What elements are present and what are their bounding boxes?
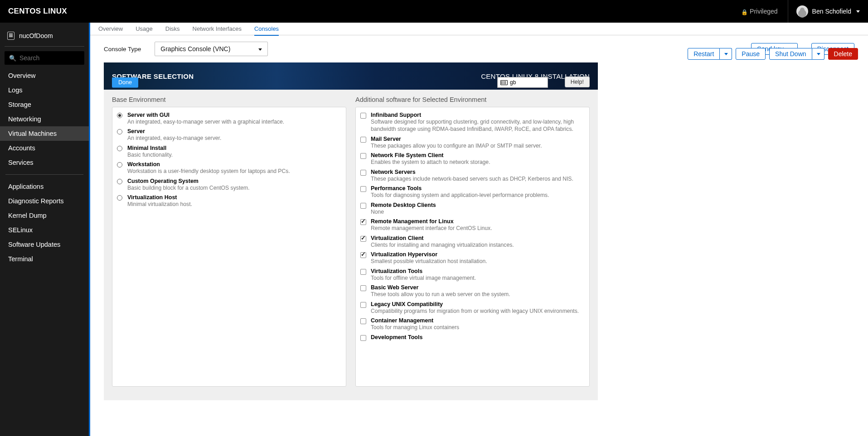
- addon-option[interactable]: Basic Web ServerThese tools allow you to…: [360, 283, 585, 300]
- brand: CENTOS LINUX: [8, 7, 67, 16]
- checkbox-icon: [360, 153, 366, 159]
- sidebar-item-storage[interactable]: Storage: [0, 97, 89, 112]
- radio-icon: [117, 113, 122, 118]
- tab-network-interfaces[interactable]: Network Interfaces: [193, 23, 242, 35]
- user-name: Ben Schofield: [812, 8, 851, 15]
- checkbox-icon: [360, 236, 366, 242]
- base-env-option[interactable]: Virtualization HostMinimal virtualizatio…: [117, 193, 341, 210]
- sidebar-item-selinux[interactable]: SELinux: [0, 223, 89, 237]
- console-type-label: Console Type: [104, 46, 141, 53]
- base-env-heading: Base Environment: [112, 96, 346, 103]
- user-menu[interactable]: Ben Schofield: [788, 0, 860, 23]
- host-selector[interactable]: nucOfDoom: [0, 27, 89, 46]
- sidebar-item-virtual-machines[interactable]: Virtual Machines: [0, 126, 89, 141]
- base-env-option[interactable]: Minimal InstallBasic functionality.: [117, 144, 341, 160]
- restart-button[interactable]: Restart: [688, 48, 720, 60]
- checkbox-icon: [360, 186, 366, 192]
- vnc-viewport[interactable]: SOFTWARE SELECTION Done CENTOS LINUX 8 I…: [104, 62, 598, 400]
- sidebar-item-overview[interactable]: Overview: [0, 68, 89, 83]
- radio-icon: [117, 195, 122, 201]
- chevron-down-icon: [856, 10, 860, 13]
- search-icon: 🔍: [9, 55, 16, 62]
- pause-button[interactable]: Pause: [736, 48, 766, 60]
- sidebar-search[interactable]: 🔍: [5, 51, 84, 65]
- base-env-option[interactable]: Custom Operating SystemBasic building bl…: [117, 177, 341, 193]
- tabs: OverviewUsageDisksNetwork InterfacesCons…: [90, 23, 868, 35]
- checkbox-icon: [360, 318, 366, 324]
- installer-header: SOFTWARE SELECTION Done CENTOS LINUX 8 I…: [104, 62, 598, 90]
- checkbox-icon: [360, 137, 366, 143]
- restart-dropdown[interactable]: [720, 48, 732, 60]
- keyboard-icon: [500, 80, 508, 85]
- addon-option[interactable]: Legacy UNIX CompatibilityCompatibility p…: [360, 300, 585, 316]
- radio-icon: [117, 129, 122, 134]
- addon-option[interactable]: Container ManagementTools for managing L…: [360, 316, 585, 333]
- checkbox-icon: [360, 170, 366, 176]
- divider: [5, 174, 83, 175]
- sidebar-item-terminal[interactable]: Terminal: [0, 252, 89, 266]
- sidebar-item-software-updates[interactable]: Software Updates: [0, 237, 89, 252]
- addon-option[interactable]: Network ServersThese packages include ne…: [360, 168, 585, 184]
- host-name: nucOfDoom: [19, 32, 53, 39]
- addon-option[interactable]: Remote Desktop ClientsNone: [360, 201, 585, 217]
- checkbox-icon: [360, 302, 366, 308]
- lock-icon: [741, 8, 746, 14]
- base-env-option[interactable]: Server with GUIAn integrated, easy-to-ma…: [117, 111, 341, 127]
- keyboard-layout-value: gb: [510, 79, 516, 86]
- content-area: OverviewUsageDisksNetwork InterfacesCons…: [89, 23, 868, 436]
- addon-option[interactable]: Virtualization ClientClients for install…: [360, 234, 585, 250]
- addon-option[interactable]: Mail ServerThese packages allow you to c…: [360, 135, 585, 151]
- done-button[interactable]: Done: [112, 77, 138, 88]
- privileged-label: Privileged: [750, 8, 777, 15]
- base-env-option[interactable]: ServerAn integrated, easy-to-manage serv…: [117, 127, 341, 144]
- tab-overview[interactable]: Overview: [98, 23, 123, 35]
- addon-option[interactable]: Infiniband SupportSoftware designed for …: [360, 111, 585, 135]
- sidebar-item-accounts[interactable]: Accounts: [0, 141, 89, 155]
- base-env-option[interactable]: WorkstationWorkstation is a user-friendl…: [117, 160, 341, 177]
- help-button[interactable]: Help!: [565, 77, 590, 87]
- addon-option[interactable]: Virtualization ToolsTools for offline vi…: [360, 267, 585, 283]
- shutdown-button[interactable]: Shut Down: [769, 48, 812, 60]
- keyboard-layout-indicator[interactable]: gb: [497, 77, 548, 88]
- search-input[interactable]: [19, 54, 80, 62]
- sidebar-item-logs[interactable]: Logs: [0, 83, 89, 97]
- base-env-list[interactable]: Server with GUIAn integrated, easy-to-ma…: [112, 107, 346, 387]
- addon-option[interactable]: Virtualization HypervisorSmallest possib…: [360, 250, 585, 267]
- checkbox-icon: [360, 219, 366, 225]
- radio-icon: [117, 179, 122, 184]
- addon-option[interactable]: Network File System ClientEnables the sy…: [360, 151, 585, 168]
- sidebar-item-networking[interactable]: Networking: [0, 112, 89, 126]
- topbar: CENTOS LINUX Privileged Ben Schofield: [0, 0, 868, 23]
- sidebar-item-kernel-dump[interactable]: Kernel Dump: [0, 208, 89, 223]
- sidebar: nucOfDoom 🔍 OverviewLogsStorageNetworkin…: [0, 23, 89, 436]
- checkbox-icon: [360, 203, 366, 209]
- checkbox-icon: [360, 285, 366, 291]
- console-type-select[interactable]: Graphics Console (VNC): [155, 42, 268, 56]
- checkbox-icon: [360, 335, 366, 341]
- divider: [5, 46, 84, 47]
- addons-list[interactable]: Infiniband SupportSoftware designed for …: [355, 107, 590, 387]
- vm-actions: Restart Pause Shut Down Delete: [688, 48, 858, 60]
- tab-consoles[interactable]: Consoles: [254, 23, 279, 36]
- sidebar-item-diagnostic-reports[interactable]: Diagnostic Reports: [0, 194, 89, 208]
- addon-option[interactable]: Performance ToolsTools for diagnosing sy…: [360, 184, 585, 201]
- sidebar-item-applications[interactable]: Applications: [0, 179, 89, 194]
- host-icon: [7, 32, 15, 40]
- tab-disks[interactable]: Disks: [165, 23, 180, 35]
- checkbox-icon: [360, 113, 366, 119]
- console-type-value: Graphics Console (VNC): [160, 45, 230, 53]
- radio-icon: [117, 146, 122, 151]
- privileged-indicator[interactable]: Privileged: [741, 8, 777, 15]
- addons-heading: Additional software for Selected Environ…: [355, 96, 590, 103]
- tab-usage[interactable]: Usage: [136, 23, 153, 35]
- delete-button[interactable]: Delete: [828, 48, 858, 60]
- chevron-down-icon: [258, 48, 262, 51]
- radio-icon: [117, 162, 122, 168]
- shutdown-dropdown[interactable]: [812, 48, 824, 60]
- avatar-icon: [796, 5, 808, 17]
- addon-option[interactable]: Development Tools: [360, 333, 585, 344]
- sidebar-item-services[interactable]: Services: [0, 155, 89, 170]
- checkbox-icon: [360, 269, 366, 275]
- checkbox-icon: [360, 252, 366, 258]
- addon-option[interactable]: Remote Management for LinuxRemote manage…: [360, 217, 585, 234]
